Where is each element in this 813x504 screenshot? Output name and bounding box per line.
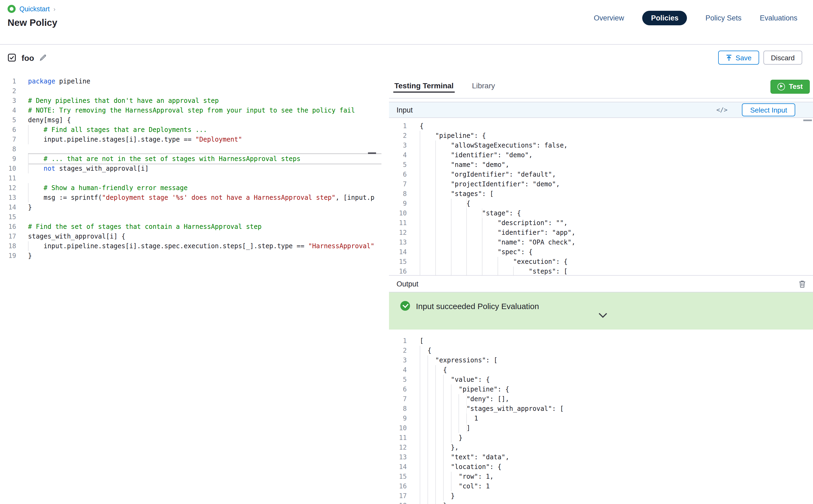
code-line[interactable]: "description": "", [420,218,813,228]
top-nav: OverviewPoliciesPolicy SetsEvaluations [594,11,797,25]
line-number: 11 [389,433,407,443]
code-line[interactable]: } [420,501,813,504]
discard-button[interactable]: Discard [763,51,802,65]
line-number: 1 [389,121,407,131]
code-line[interactable]: "steps": [ [420,267,813,275]
toolbar-actions: Save Discard [718,51,802,65]
line-number: 7 [389,394,407,404]
page-title: New Policy [8,17,57,29]
code-line[interactable]: input.pipeline.stages[i].stage.type == "… [28,135,382,144]
tab-testing-terminal[interactable]: Testing Terminal [393,77,455,96]
code-line[interactable]: # Show a human-friendly error message [28,183,382,193]
code-line[interactable]: }, [420,443,813,452]
code-line[interactable]: package pipeline [28,76,382,86]
input-json-editor[interactable]: 12345678910111213141516 {"pipeline": {"a… [389,118,813,275]
code-line[interactable]: input.pipeline.stages[i].stage.spec.exec… [28,241,382,251]
code-line[interactable]: { [420,199,813,208]
line-number: 4 [389,365,407,375]
line-number: 2 [0,86,16,96]
input-section-title: Input [396,106,413,114]
nav-policies[interactable]: Policies [643,11,687,25]
line-number: 12 [389,443,407,452]
code-line[interactable]: ] [420,423,813,433]
breadcrumb: Quickstart › [8,5,57,13]
code-line[interactable]: "identifier": "demo", [420,150,813,160]
output-json-editor[interactable]: 123456789101112131415161718 [{"expressio… [389,330,813,504]
code-line[interactable]: "execution": { [420,257,813,267]
select-input-button[interactable]: Select Input [742,103,795,116]
policy-code-editor[interactable]: 12345678910111213141516171819 package pi… [0,71,382,504]
code-line[interactable]: } [420,433,813,443]
success-check-icon [400,301,410,311]
app-window: Quickstart › New Policy OverviewPolicies… [0,0,813,504]
policy-editor-code[interactable]: package pipeline# Deny pipelines that do… [28,76,382,261]
code-line[interactable]: [ [420,336,813,346]
line-number: 19 [0,251,16,261]
line-number: 15 [389,257,407,267]
code-line[interactable]: "stage": { [420,208,813,218]
code-line[interactable]: "orgIdentifier": "default", [420,170,813,179]
code-line[interactable]: "text": "data", [420,452,813,462]
scrollbar-thumb[interactable] [803,120,812,121]
tab-library[interactable]: Library [471,77,496,96]
code-line[interactable]: "location": { [420,462,813,472]
chevron-down-icon[interactable] [598,312,608,318]
nav-overview[interactable]: Overview [594,14,624,22]
nav-policy-sets[interactable]: Policy Sets [706,14,742,22]
code-line[interactable]: "stages_with_approval": [ [420,404,813,414]
code-line[interactable]: "projectIdentifier": "demo", [420,179,813,189]
play-icon [777,83,785,90]
code-line[interactable]: { [420,365,813,375]
code-line[interactable]: "spec": { [420,247,813,257]
code-line[interactable]: "stages": [ [420,189,813,199]
code-line[interactable]: } [28,251,382,261]
line-number: 7 [0,135,16,144]
code-line[interactable] [28,144,382,154]
code-line[interactable]: "allowStageExecutions": false, [420,141,813,150]
code-line[interactable]: deny[msg] { [28,115,382,125]
code-line[interactable]: "identifier": "app", [420,228,813,237]
banner-row: Input succeeded Policy Evaluation [400,301,805,311]
code-view-toggle-icon[interactable]: </> [716,106,728,114]
code-line[interactable]: "name": "demo", [420,160,813,170]
edit-pencil-icon[interactable] [40,54,47,61]
code-line[interactable]: } [28,202,382,212]
code-line[interactable]: 1 [420,414,813,423]
code-line[interactable]: not stages_with_approval[i] [28,164,382,173]
line-number: 14 [0,202,16,212]
code-line[interactable]: "expressions": [ [420,355,813,365]
breadcrumb-quickstart-link[interactable]: Quickstart [19,5,50,13]
trash-icon[interactable] [798,280,806,288]
code-line[interactable]: "col": 1 [420,481,813,491]
input-editor-code[interactable]: {"pipeline": {"allowStageExecutions": fa… [420,121,813,275]
code-line[interactable]: msg := sprintf("deployment stage '%s' do… [28,193,382,202]
code-line[interactable]: "row": 1, [420,472,813,481]
code-line[interactable]: # ... that are not in the set of stages … [28,154,382,164]
code-line[interactable]: "value": { [420,375,813,384]
input-editor-gutter: 12345678910111213141516 [389,121,407,275]
line-number: 1 [389,336,407,346]
code-line[interactable]: "name": "OPA check", [420,237,813,247]
code-line[interactable]: # Find the set of stages that contain a … [28,222,382,232]
code-line[interactable]: stages_with_approval[i] { [28,232,382,241]
code-line[interactable]: # Deny pipelines that don't have an appr… [28,96,382,106]
test-button[interactable]: Test [770,79,810,93]
test-button-label: Test [789,82,803,90]
line-number: 8 [389,189,407,199]
code-line[interactable]: { [420,121,813,131]
code-line[interactable] [28,173,382,183]
line-number: 5 [389,160,407,170]
code-line[interactable]: } [420,491,813,501]
nav-evaluations[interactable]: Evaluations [760,14,797,22]
save-button[interactable]: Save [718,51,759,65]
code-line[interactable]: "pipeline": { [420,384,813,394]
code-line[interactable]: # NOTE: Try removing the HarnessApproval… [28,106,382,115]
code-line[interactable]: "pipeline": { [420,131,813,141]
code-line[interactable]: { [420,346,813,355]
code-line[interactable] [28,86,382,96]
line-number: 2 [389,131,407,141]
code-line[interactable] [28,212,382,222]
code-line[interactable]: "deny": [], [420,394,813,404]
code-line[interactable]: # Find all stages that are Deployments .… [28,125,382,135]
output-editor-code[interactable]: [{"expressions": [{"value": {"pipeline":… [420,336,813,504]
